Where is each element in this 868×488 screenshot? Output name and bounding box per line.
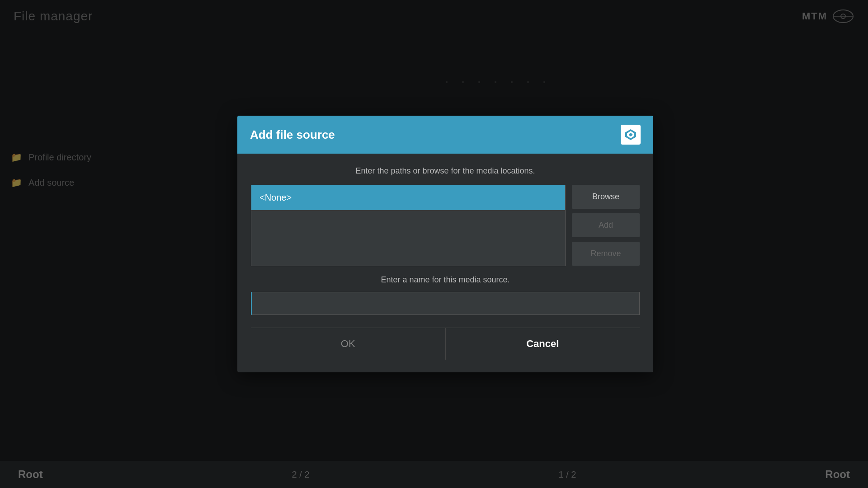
- footer-buttons: OK Cancel: [251, 328, 640, 360]
- dialog-footer: OK Cancel: [251, 328, 640, 360]
- remove-button[interactable]: Remove: [572, 242, 640, 266]
- ok-button[interactable]: OK: [341, 338, 355, 350]
- source-list: <None>: [251, 185, 566, 266]
- dialog-header: Add file source: [237, 116, 653, 154]
- dialog-body: Enter the paths or browse for the media …: [237, 154, 653, 372]
- source-path-input[interactable]: <None>: [251, 185, 565, 210]
- source-buttons: Browse Add Remove: [572, 185, 640, 266]
- dialog-title: Add file source: [250, 128, 335, 142]
- browse-button[interactable]: Browse: [572, 185, 640, 209]
- add-button[interactable]: Add: [572, 213, 640, 237]
- footer-left-label: Root: [18, 468, 43, 481]
- add-file-source-dialog: Add file source Enter the paths or brows…: [237, 116, 653, 372]
- footer-right-pagination: 1 / 2: [558, 469, 576, 480]
- footer-right-label: Root: [825, 468, 850, 481]
- ok-button-area[interactable]: OK: [251, 328, 445, 360]
- path-instruction: Enter the paths or browse for the media …: [251, 166, 640, 176]
- cancel-button-area[interactable]: Cancel: [445, 328, 640, 360]
- footer-bar: Root 2 / 2 1 / 2 Root: [0, 461, 868, 488]
- footer-left-pagination: 2 / 2: [292, 469, 310, 480]
- source-area: <None> Browse Add Remove: [251, 185, 640, 266]
- name-instruction: Enter a name for this media source.: [251, 275, 640, 285]
- kodi-logo: [621, 125, 641, 145]
- name-input[interactable]: [251, 292, 640, 315]
- cancel-button[interactable]: Cancel: [526, 338, 559, 350]
- name-section: Enter a name for this media source.: [251, 275, 640, 315]
- dialog-overlay: Add file source Enter the paths or brows…: [0, 0, 868, 488]
